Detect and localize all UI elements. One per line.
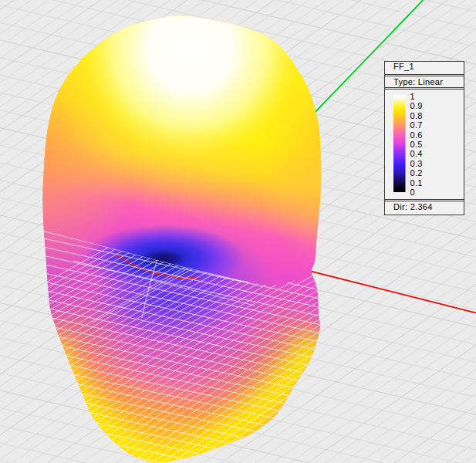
svg-text:0.8: 0.8 [410,111,423,120]
svg-text:Type: Linear: Type: Linear [393,77,443,86]
svg-text:0.3: 0.3 [410,159,423,168]
svg-text:Dir: 2.364: Dir: 2.364 [393,202,433,211]
svg-text:0.7: 0.7 [410,120,423,130]
svg-text:0.5: 0.5 [410,140,423,149]
svg-text:0.1: 0.1 [410,178,423,188]
svg-text:0.4: 0.4 [410,149,423,158]
svg-text:1: 1 [410,92,415,101]
svg-text:0: 0 [410,188,415,197]
svg-text:0.2: 0.2 [410,168,423,177]
svg-text:FF_1: FF_1 [393,62,414,71]
svg-text:0.9: 0.9 [410,101,423,110]
svg-text:0.6: 0.6 [410,130,423,140]
